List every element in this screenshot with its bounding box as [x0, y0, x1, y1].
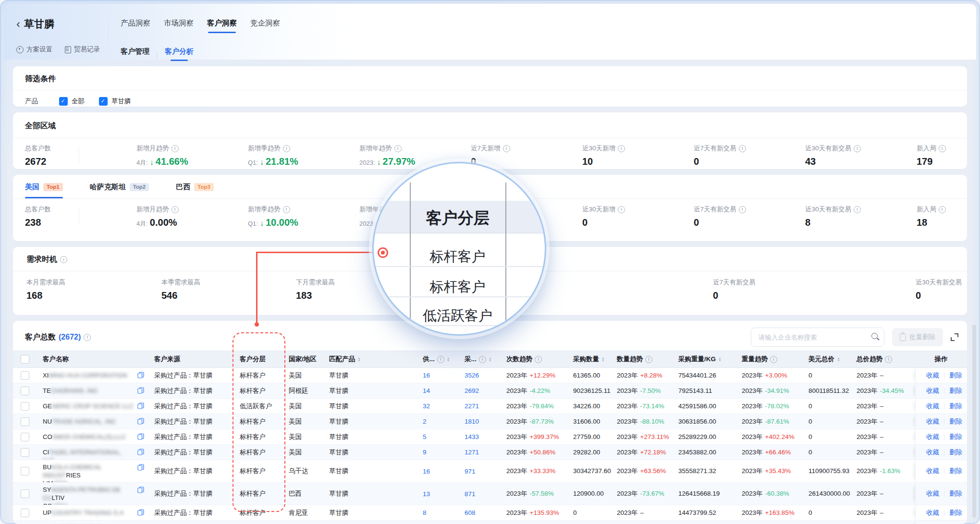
- plan-settings-link[interactable]: 方案设置: [16, 45, 52, 54]
- info-icon[interactable]: !: [84, 334, 91, 341]
- favorite-link[interactable]: 收藏: [926, 509, 939, 517]
- info-icon[interactable]: !: [618, 145, 625, 152]
- country-tab-2[interactable]: 巴西Top3: [176, 183, 214, 198]
- delete-link[interactable]: 删除: [949, 402, 962, 411]
- country-tab-0[interactable]: 美国Top1: [25, 183, 63, 198]
- tab-0[interactable]: 产品洞察: [121, 18, 150, 36]
- purchase-count-link[interactable]: 2271: [459, 399, 501, 414]
- purchase-count-link[interactable]: 608: [459, 505, 501, 520]
- copy-icon[interactable]: [137, 449, 144, 457]
- favorite-link[interactable]: 收藏: [926, 448, 939, 457]
- favorite-link[interactable]: 收藏: [926, 371, 939, 380]
- purchase-count-link[interactable]: 572: [459, 521, 501, 524]
- company-search-input[interactable]: [758, 329, 868, 346]
- favorite-link[interactable]: 收藏: [926, 433, 939, 441]
- filter-option-0[interactable]: 全部: [59, 97, 85, 106]
- delete-link[interactable]: 删除: [949, 509, 962, 517]
- trade-records-link[interactable]: 贸易记录: [65, 45, 100, 54]
- purchase-count-link[interactable]: 971: [459, 460, 501, 482]
- row-checkbox[interactable]: [21, 448, 29, 457]
- info-icon[interactable]: !: [535, 356, 542, 363]
- info-icon[interactable]: !: [172, 145, 179, 152]
- delete-link[interactable]: 删除: [949, 467, 962, 475]
- batch-delete-button[interactable]: 批量删除: [892, 328, 943, 346]
- favorite-link[interactable]: 收藏: [926, 467, 939, 475]
- purchase-count-link[interactable]: 1810: [459, 414, 501, 429]
- supplier-count-link[interactable]: 9: [417, 445, 459, 460]
- row-checkbox[interactable]: [21, 402, 29, 411]
- info-icon[interactable]: !: [283, 206, 290, 213]
- purchase-count-link[interactable]: 871: [459, 483, 501, 505]
- delete-link[interactable]: 删除: [949, 448, 962, 457]
- row-checkbox[interactable]: [21, 371, 29, 380]
- copy-icon[interactable]: [137, 464, 144, 473]
- info-icon[interactable]: !: [394, 145, 402, 152]
- purchase-count-link[interactable]: 1271: [459, 445, 501, 460]
- supplier-count-link[interactable]: 13: [417, 483, 459, 505]
- copy-icon[interactable]: [137, 387, 144, 396]
- supplier-count-link[interactable]: 2: [417, 414, 459, 429]
- row-checkbox[interactable]: [21, 417, 29, 426]
- row-checkbox[interactable]: [21, 489, 29, 498]
- supplier-count-link[interactable]: 16: [417, 460, 459, 482]
- row-checkbox[interactable]: [21, 509, 29, 517]
- info-icon[interactable]: !: [172, 206, 179, 213]
- info-icon[interactable]: !: [283, 145, 290, 152]
- delete-link[interactable]: 删除: [949, 387, 962, 395]
- sort-icon[interactable]: ▲▼: [447, 357, 450, 362]
- info-icon[interactable]: !: [854, 206, 861, 213]
- purchase-count-link[interactable]: 1433: [459, 429, 501, 444]
- purchase-count-link[interactable]: 3526: [459, 368, 501, 383]
- filter-option-1[interactable]: 草甘膦: [99, 97, 131, 106]
- search-icon[interactable]: [871, 333, 878, 339]
- supplier-count-link[interactable]: 14: [417, 383, 459, 398]
- sort-icon[interactable]: ▲▼: [718, 357, 722, 362]
- tab-2[interactable]: 客户洞察: [207, 18, 237, 36]
- info-icon[interactable]: !: [939, 206, 946, 213]
- copy-icon[interactable]: [137, 487, 144, 495]
- delete-link[interactable]: 删除: [949, 417, 962, 426]
- info-icon[interactable]: !: [437, 356, 444, 363]
- subtab-1[interactable]: 客户分析: [165, 47, 194, 63]
- purchase-count-link[interactable]: 2692: [459, 383, 501, 398]
- tab-3[interactable]: 竞企洞察: [250, 18, 280, 36]
- supplier-count-link[interactable]: 16: [417, 368, 459, 383]
- favorite-link[interactable]: 收藏: [926, 387, 939, 395]
- sort-icon[interactable]: ▲▼: [489, 357, 492, 362]
- select-all-checkbox[interactable]: [21, 355, 29, 364]
- supplier-count-link[interactable]: 32: [417, 399, 459, 414]
- copy-icon[interactable]: [137, 402, 144, 411]
- info-icon[interactable]: !: [60, 256, 67, 263]
- subtab-0[interactable]: 客户管理: [121, 47, 149, 63]
- info-icon[interactable]: !: [739, 145, 746, 152]
- favorite-link[interactable]: 收藏: [926, 489, 939, 498]
- supplier-count-link[interactable]: 8: [417, 505, 459, 520]
- delete-link[interactable]: 删除: [949, 371, 962, 380]
- checkbox[interactable]: [99, 97, 108, 106]
- info-icon[interactable]: !: [503, 145, 510, 152]
- fullscreen-icon[interactable]: [951, 333, 958, 341]
- row-checkbox[interactable]: [21, 433, 29, 441]
- info-icon[interactable]: !: [854, 145, 861, 152]
- vertical-scrollbar[interactable]: [972, 325, 976, 518]
- copy-icon[interactable]: [137, 418, 144, 427]
- copy-icon[interactable]: [137, 372, 144, 380]
- sort-icon[interactable]: ▲▼: [601, 357, 605, 362]
- favorite-link[interactable]: 收藏: [926, 417, 939, 426]
- info-icon[interactable]: !: [770, 356, 777, 363]
- info-icon[interactable]: !: [618, 206, 625, 213]
- info-icon[interactable]: !: [939, 145, 946, 152]
- supplier-count-link[interactable]: 12: [417, 521, 459, 524]
- sort-icon[interactable]: ▲▼: [357, 357, 361, 362]
- delete-link[interactable]: 删除: [949, 433, 962, 441]
- country-tab-1[interactable]: 哈萨克斯坦Top2: [90, 183, 149, 198]
- info-icon[interactable]: !: [739, 206, 746, 213]
- delete-link[interactable]: 删除: [949, 489, 962, 498]
- copy-icon[interactable]: [137, 433, 144, 442]
- back-chevron-icon[interactable]: ‹: [16, 20, 20, 28]
- info-icon[interactable]: !: [645, 356, 652, 363]
- row-checkbox[interactable]: [21, 467, 29, 475]
- copy-icon[interactable]: [137, 509, 144, 518]
- info-icon[interactable]: !: [479, 356, 486, 363]
- info-icon[interactable]: !: [885, 356, 892, 363]
